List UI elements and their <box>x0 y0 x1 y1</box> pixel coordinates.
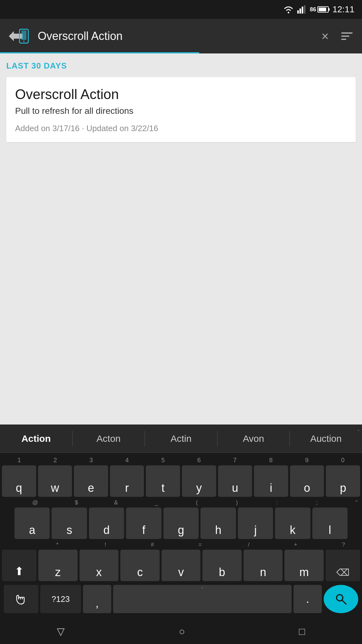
key-a[interactable]: a <box>14 508 50 539</box>
key-l[interactable]: l <box>312 508 348 539</box>
menu-button[interactable] <box>338 29 356 43</box>
home-button[interactable]: ○ <box>179 626 185 637</box>
toolbar: Overscroll Action × <box>0 19 362 53</box>
symbol-hints-1: @ $ & _ ( ) : ; " <box>2 498 360 507</box>
key-b[interactable]: b <box>202 550 242 581</box>
sym-amp: & <box>82 498 120 507</box>
key-g[interactable]: g <box>163 508 199 539</box>
plugin-meta: Added on 3/17/16 · Updated on 3/22/16 <box>15 124 347 133</box>
menu-line-2 <box>341 36 349 37</box>
hint-7: 7 <box>217 455 252 465</box>
svg-rect-3 <box>302 7 303 14</box>
recent-button[interactable]: □ <box>299 626 305 637</box>
section-label: LAST 30 DAYS <box>6 61 356 71</box>
key-m[interactable]: m <box>284 550 324 581</box>
sym-plus: + <box>253 540 300 549</box>
toolbar-underline <box>0 52 199 53</box>
hint-1: 1 <box>2 455 36 465</box>
key-v[interactable]: v <box>162 550 201 581</box>
key-e[interactable]: e <box>74 465 108 497</box>
suggestion-avon[interactable]: Avon <box>217 430 290 447</box>
key-w[interactable]: w <box>38 465 72 497</box>
hint-2: 2 <box>38 455 72 465</box>
keyboard-area: Action Acton Actin Avon Auction 1 2 3 4 … <box>0 425 362 619</box>
toolbar-title: Overscroll Action <box>38 30 312 43</box>
key-u[interactable]: u <box>218 465 252 497</box>
key-q[interactable]: q <box>2 465 36 497</box>
key-n[interactable]: n <box>244 550 283 581</box>
sym-underscore: _ <box>122 498 160 507</box>
emoji-key[interactable] <box>4 585 38 613</box>
sym-hash: # <box>110 540 156 549</box>
sym-slash: / <box>206 540 252 549</box>
wifi-icon <box>283 5 293 14</box>
suggestion-action[interactable]: Action <box>0 430 72 447</box>
backspace-key[interactable]: ⌫ <box>326 550 360 581</box>
sym-excl: ! <box>62 540 109 549</box>
hint-0: 0 <box>326 455 360 465</box>
svg-point-7 <box>23 41 25 42</box>
sym-dollar: $ <box>42 498 80 507</box>
svg-rect-2 <box>299 8 301 14</box>
hint-9: 9 <box>289 455 324 465</box>
close-button[interactable]: × <box>318 26 332 47</box>
keyboard: 1 2 3 4 5 6 7 8 9 0 q w e r t y u i o p … <box>0 453 362 619</box>
key-p[interactable]: p <box>326 465 360 497</box>
number-hints-row: 1 2 3 4 5 6 7 8 9 0 <box>2 455 360 465</box>
back-button[interactable]: ▽ <box>57 625 65 637</box>
plugin-description: Pull to refresh for all directions <box>15 106 347 116</box>
sym-equals: = <box>158 540 204 549</box>
key-o[interactable]: o <box>290 465 324 497</box>
status-bar: 86 12:11 <box>0 0 362 19</box>
status-time: 12:11 <box>332 4 354 14</box>
suggestion-auction[interactable]: Auction <box>290 430 362 447</box>
space-hint: ' <box>202 586 203 593</box>
suggestions-row: Action Acton Actin Avon Auction <box>0 425 362 453</box>
key-h[interactable]: h <box>200 508 236 539</box>
svg-line-9 <box>342 600 346 604</box>
key-r[interactable]: r <box>110 465 144 497</box>
period-key[interactable]: . <box>293 585 322 613</box>
hint-4: 4 <box>110 455 144 465</box>
space-key[interactable]: ' <box>113 585 292 613</box>
key-d[interactable]: d <box>89 508 124 539</box>
svg-point-0 <box>288 12 289 14</box>
num-sym-label: ?123 <box>52 594 70 604</box>
key-s[interactable]: s <box>52 508 87 539</box>
plugin-name: Overscroll Action <box>15 86 347 102</box>
key-k[interactable]: k <box>275 508 310 539</box>
comma-hint: - <box>358 427 359 434</box>
sym-at: @ <box>2 498 41 507</box>
hint-5: 5 <box>146 455 180 465</box>
key-t[interactable]: t <box>146 465 180 497</box>
signal-icon <box>297 5 306 14</box>
suggestion-acton[interactable]: Acton <box>73 430 145 447</box>
key-row-3: ⬆ z x c v b n m ⌫ <box>2 550 360 581</box>
key-j[interactable]: j <box>238 508 273 539</box>
sym-star: * <box>14 540 61 549</box>
svg-rect-6 <box>21 31 26 40</box>
key-z[interactable]: z <box>38 550 78 581</box>
app-logo <box>6 24 31 49</box>
comma-key[interactable]: - , <box>83 585 111 613</box>
plugin-card[interactable]: Overscroll Action Pull to refresh for al… <box>6 77 356 142</box>
hint-8: 8 <box>254 455 288 465</box>
svg-rect-4 <box>304 5 305 14</box>
key-y[interactable]: y <box>182 465 216 497</box>
bottom-row: ?123 - , ' . <box>2 584 360 616</box>
comma-label: , <box>96 597 99 610</box>
key-c[interactable]: c <box>120 550 160 581</box>
search-key[interactable] <box>324 585 358 613</box>
key-x[interactable]: x <box>80 550 119 581</box>
key-i[interactable]: i <box>254 465 288 497</box>
menu-line-3 <box>341 39 346 40</box>
empty-space <box>0 150 362 326</box>
main-content: LAST 30 DAYS Overscroll Action Pull to r… <box>0 53 362 150</box>
num-sym-key[interactable]: ?123 <box>40 585 81 613</box>
suggestion-actin[interactable]: Actin <box>145 430 217 447</box>
shift-key[interactable]: ⬆ <box>2 550 36 581</box>
emoji-icon <box>14 592 28 606</box>
sym-lparen: ( <box>162 498 200 507</box>
key-f[interactable]: f <box>126 508 161 539</box>
sym-semicolon: ; <box>282 498 320 507</box>
